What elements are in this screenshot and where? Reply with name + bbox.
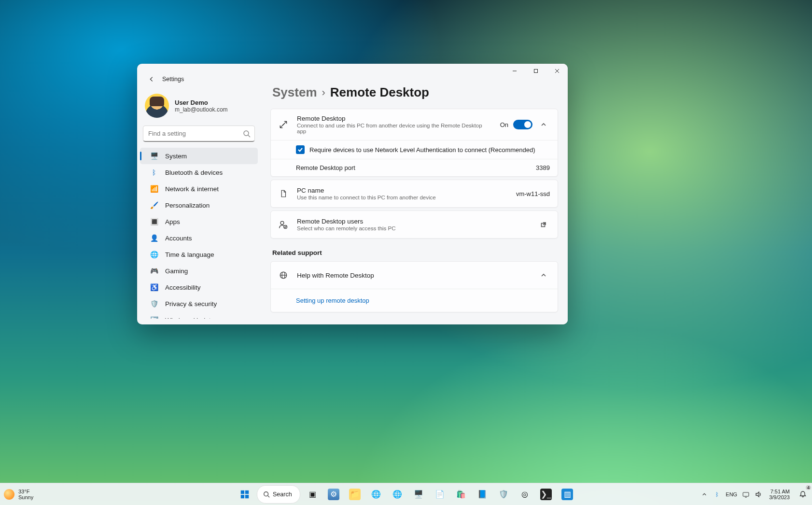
sidebar-item-accounts[interactable]: 👤Accounts xyxy=(140,230,258,246)
user-email: m_lab@outlook.com xyxy=(175,106,228,113)
taskbar-search[interactable]: Search xyxy=(257,485,300,504)
taskbar-app-settings[interactable]: ⚙ xyxy=(324,485,343,504)
taskbar-search-label: Search xyxy=(273,491,292,498)
sidebar-item-windows-update[interactable]: 🔄Windows Update xyxy=(140,312,258,319)
taskbar-app-explorer[interactable]: 📁 xyxy=(346,485,364,504)
pc-name-subtitle: Use this name to connect to this PC from… xyxy=(297,195,508,200)
breadcrumb-separator: › xyxy=(322,86,325,99)
tray-time: 7:51 AM xyxy=(769,489,790,494)
tray-language[interactable]: ENG xyxy=(726,491,737,497)
taskbar-app-chrome[interactable]: ◎ xyxy=(516,485,534,504)
svg-line-1 xyxy=(248,135,250,137)
external-link-icon xyxy=(537,218,550,231)
sidebar-item-label: Personalization xyxy=(165,202,210,209)
tray-overflow[interactable] xyxy=(700,491,708,498)
edge-dev-icon: 🌐 xyxy=(392,489,403,500)
minimize-button[interactable] xyxy=(504,64,525,78)
word-icon: 📘 xyxy=(476,489,488,500)
rd-users-card[interactable]: Remote Desktop users Select who can remo… xyxy=(270,210,558,238)
nla-checkbox[interactable] xyxy=(296,145,305,154)
svg-line-17 xyxy=(268,495,270,497)
sidebar-item-icon: ᛒ xyxy=(150,168,158,177)
back-button[interactable] xyxy=(145,72,158,86)
help-expand[interactable] xyxy=(537,269,550,281)
rd-users-title: Remote Desktop users xyxy=(297,218,530,225)
document-icon xyxy=(278,188,289,199)
taskbar-app-edge-dev[interactable]: 🌐 xyxy=(388,485,406,504)
maximize-button[interactable] xyxy=(525,64,546,78)
taskbar-app-security[interactable]: 🛡️ xyxy=(494,485,513,504)
sidebar-item-icon: 🎮 xyxy=(150,267,158,275)
rd-users-subtitle: Select who can remotely access this PC xyxy=(297,225,530,231)
sidebar-item-bluetooth-devices[interactable]: ᛒBluetooth & devices xyxy=(140,164,258,181)
breadcrumb-root[interactable]: System xyxy=(272,85,317,100)
nla-row[interactable]: Require devices to use Network Level Aut… xyxy=(271,140,558,159)
sidebar-item-icon: 🔄 xyxy=(150,316,158,319)
network-tray-icon[interactable] xyxy=(742,491,750,498)
remote-desktop-expand[interactable] xyxy=(537,118,550,131)
start-button[interactable] xyxy=(236,485,254,504)
chevron-up-icon xyxy=(702,492,707,497)
task-view-button[interactable]: ▣ xyxy=(303,485,322,504)
svg-rect-15 xyxy=(245,494,249,498)
sidebar-item-personalization[interactable]: 🖌️Personalization xyxy=(140,197,258,213)
remote-desktop-toggle-label: On xyxy=(500,121,508,128)
app-title: Settings xyxy=(162,76,184,83)
sidebar-item-label: Time & language xyxy=(165,251,214,258)
tray-clock[interactable]: 7:51 AM 3/9/2023 xyxy=(767,489,792,500)
pc-name-card[interactable]: PC name Use this name to connect to this… xyxy=(270,180,558,208)
windows-icon xyxy=(239,489,251,500)
sidebar-item-icon: 🌐 xyxy=(150,250,158,259)
search-input[interactable] xyxy=(143,130,254,137)
help-title: Help with Remote Desktop xyxy=(297,272,530,279)
sidebar-item-label: Privacy & security xyxy=(165,300,217,308)
volume-tray-icon[interactable] xyxy=(755,491,762,498)
taskbar-app-edge[interactable]: 🌐 xyxy=(367,485,385,504)
sidebar-item-system[interactable]: 🖥️System xyxy=(140,148,258,164)
sidebar-item-privacy-security[interactable]: 🛡️Privacy & security xyxy=(140,295,258,312)
user-name: User Demo xyxy=(175,99,228,106)
store-icon: 🛍️ xyxy=(455,489,467,500)
svg-point-0 xyxy=(244,131,249,136)
sidebar-item-apps[interactable]: 🔳Apps xyxy=(140,213,258,230)
sidebar-item-network-internet[interactable]: 📶Network & internet xyxy=(140,181,258,197)
folder-icon: 📁 xyxy=(349,489,361,500)
avatar xyxy=(145,94,169,118)
bluetooth-tray-icon[interactable]: ᛒ xyxy=(713,491,721,498)
help-link[interactable]: Setting up remote desktop xyxy=(271,289,558,312)
check-icon xyxy=(297,147,303,153)
taskbar-app-terminal[interactable]: ❯_ xyxy=(537,485,555,504)
vm-icon: 🖥️ xyxy=(413,489,424,500)
sidebar-item-time-language[interactable]: 🌐Time & language xyxy=(140,246,258,263)
close-button[interactable] xyxy=(546,64,568,78)
remote-desktop-toggle[interactable] xyxy=(513,120,532,129)
sidebar-item-gaming[interactable]: 🎮Gaming xyxy=(140,263,258,279)
taskbar-weather[interactable]: 33°F Sunny xyxy=(4,489,33,500)
taskbar: 33°F Sunny Search ▣ ⚙ 📁 🌐 🌐 🖥️ 📄 🛍️ 📘 🛡️… xyxy=(0,483,812,505)
sidebar-item-icon: 🛡️ xyxy=(150,299,158,308)
search-icon xyxy=(263,491,270,498)
taskbar-app-store[interactable]: 🛍️ xyxy=(452,485,470,504)
edge-icon: 🌐 xyxy=(370,489,382,500)
notification-button[interactable]: 4 xyxy=(797,488,809,501)
sidebar-nav: 🖥️SystemᛒBluetooth & devices📶Network & i… xyxy=(137,146,261,319)
remote-desktop-row[interactable]: Remote Desktop Connect to and use this P… xyxy=(271,109,558,140)
remote-desktop-card: Remote Desktop Connect to and use this P… xyxy=(270,109,558,177)
bell-icon xyxy=(799,491,807,498)
sidebar-item-label: Accounts xyxy=(165,235,192,242)
sidebar-item-accessibility[interactable]: ♿Accessibility xyxy=(140,279,258,295)
search-box[interactable] xyxy=(143,126,255,142)
sidebar-item-label: Apps xyxy=(165,218,180,225)
sidebar-item-label: System xyxy=(165,153,187,160)
taskbar-app-vm[interactable]: 🖥️ xyxy=(409,485,428,504)
taskbar-app-word[interactable]: 📘 xyxy=(473,485,491,504)
help-row[interactable]: Help with Remote Desktop xyxy=(271,262,558,289)
sidebar-item-label: Bluetooth & devices xyxy=(165,169,223,176)
settings-window: Settings User Demo m_lab@outlook.com 🖥️S… xyxy=(137,64,568,324)
profile-block[interactable]: User Demo m_lab@outlook.com xyxy=(137,91,261,124)
taskbar-app-monitor[interactable]: ▥ xyxy=(558,485,576,504)
taskbar-app-notepad[interactable]: 📄 xyxy=(431,485,449,504)
content-area: System › Remote Desktop Remote Desktop C… xyxy=(261,64,568,324)
svg-rect-3 xyxy=(534,70,538,73)
sidebar-item-icon: 🖌️ xyxy=(150,201,158,210)
